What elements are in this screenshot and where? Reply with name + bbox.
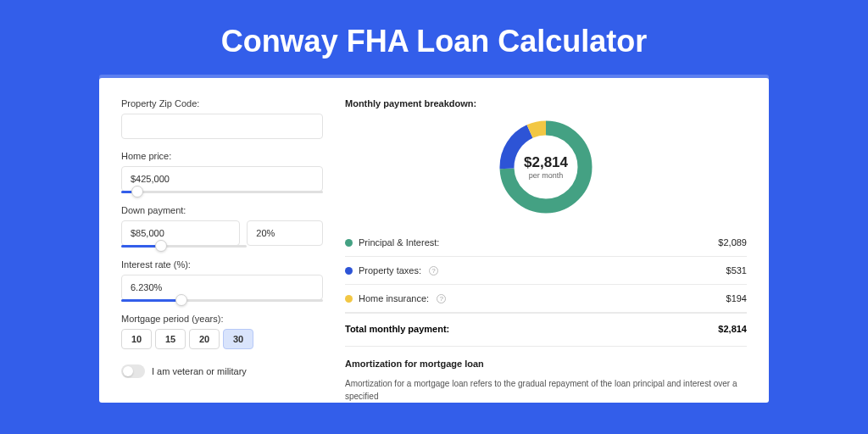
slider-thumb[interactable] [175,294,187,306]
period-label: Mortgage period (years): [121,314,323,324]
period-btn-15[interactable]: 15 [155,329,186,349]
veteran-toggle-row: I am veteran or military [121,364,323,378]
period-buttons: 10 15 20 30 [121,329,323,349]
breakdown-column: Monthly payment breakdown: $2,814 per mo… [345,98,747,403]
amortization-title: Amortization for mortgage loan [345,359,747,369]
home-price-slider[interactable] [121,191,323,193]
down-payment-input[interactable] [121,220,240,246]
amortization-text: Amortization for a mortgage loan refers … [345,377,747,403]
down-payment-pct-input[interactable] [247,220,323,246]
donut-amount: $2,814 [524,154,568,171]
amortization-section: Amortization for mortgage loan Amortizat… [345,346,747,403]
info-icon[interactable]: ? [429,266,438,275]
interest-field-group: Interest rate (%): [121,259,323,302]
insurance-label: Home insurance: [359,293,429,303]
donut-sub: per month [529,171,564,180]
slider-fill [121,299,181,302]
slider-thumb[interactable] [155,240,167,252]
taxes-label: Property taxes: [359,265,421,275]
period-btn-30[interactable]: 30 [223,329,253,349]
veteran-toggle[interactable] [121,364,145,378]
taxes-value: $531 [726,265,747,275]
zip-field-group: Property Zip Code: [121,98,323,139]
down-payment-label: Down payment: [121,205,323,215]
interest-input[interactable] [121,275,323,300]
zip-label: Property Zip Code: [121,98,323,108]
donut-center: $2,814 per month [496,117,596,217]
principal-label: Principal & Interest: [359,237,439,248]
breakdown-row-taxes: Property taxes: ? $531 [345,257,747,285]
interest-label: Interest rate (%): [121,259,323,270]
donut-chart-wrap: $2,814 per month [345,117,747,217]
calculator-card: Property Zip Code: Home price: Down paym… [99,78,769,403]
zip-input[interactable] [121,114,323,139]
legend-dot-taxes [345,267,353,275]
donut-chart: $2,814 per month [496,117,596,217]
period-btn-10[interactable]: 10 [121,329,152,349]
period-btn-20[interactable]: 20 [189,329,220,349]
veteran-label: I am veteran or military [152,366,247,376]
home-price-label: Home price: [121,151,323,161]
total-value: $2,814 [718,324,747,334]
slider-thumb[interactable] [131,186,143,198]
home-price-input[interactable] [121,166,323,192]
form-column: Property Zip Code: Home price: Down paym… [121,98,323,403]
period-field-group: Mortgage period (years): 10 15 20 30 [121,314,323,349]
down-payment-field-group: Down payment: [121,205,323,248]
home-price-field-group: Home price: [121,151,323,193]
breakdown-row-principal: Principal & Interest: $2,089 [345,229,747,257]
breakdown-title: Monthly payment breakdown: [345,98,747,108]
breakdown-row-total: Total monthly payment: $2,814 [345,313,747,346]
total-label: Total monthly payment: [345,324,449,334]
interest-slider[interactable] [121,299,323,302]
insurance-value: $194 [726,293,747,303]
page-title: Conway FHA Loan Calculator [0,0,868,78]
down-payment-slider[interactable] [121,245,247,248]
principal-value: $2,089 [718,237,747,248]
breakdown-row-insurance: Home insurance: ? $194 [345,285,747,313]
legend-dot-principal [345,239,353,247]
info-icon[interactable]: ? [437,294,446,303]
legend-dot-insurance [345,295,353,303]
